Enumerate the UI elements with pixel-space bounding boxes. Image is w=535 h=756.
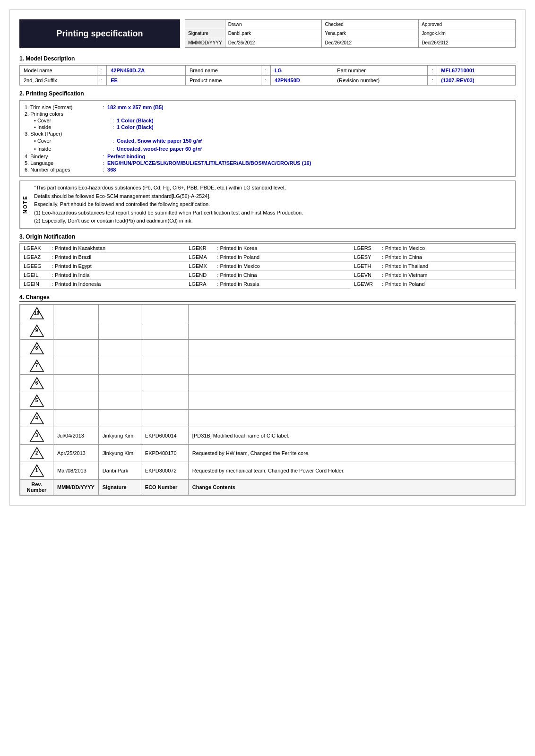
pages-value: 368 <box>107 167 116 172</box>
section4-header: 4. Changes <box>19 294 516 302</box>
inside-stock-colon: : <box>112 146 114 152</box>
changes-box: 10 9 <box>19 304 516 496</box>
rev-6-eco <box>141 374 188 392</box>
origin-lgeil: LGEIL : Printed in India <box>20 271 185 280</box>
approval-approved-header: Approved <box>419 20 516 29</box>
spec-inside-stock: • Inside : Uncoated, wood-free paper 60 … <box>25 146 510 153</box>
rev-8-cell: 8 <box>20 339 53 357</box>
inside-color-value: 1 Color (Black) <box>117 124 154 130</box>
rev-5-cell: 5 <box>20 392 53 409</box>
approval-drawn-header: Drawn <box>225 20 322 29</box>
rev-9-num: 9 <box>35 328 38 333</box>
spec-bindery: 4. Bindery : Perfect binding <box>25 154 510 159</box>
brand-name-value: LG <box>270 66 333 76</box>
language-colon: : <box>103 160 104 166</box>
rev-4-date <box>53 409 99 427</box>
product-name-value: 42PN450D <box>270 76 333 86</box>
rev-3-triangle: 3 <box>29 429 44 442</box>
rev-8-eco <box>141 339 188 357</box>
changes-col-eco: ECO Number <box>141 479 188 495</box>
origin-lgeth: LGETH : Printed in Thailand <box>350 262 515 271</box>
brand-name-colon: : <box>261 66 270 76</box>
rev-5-triangle: 5 <box>29 394 44 407</box>
rev-6-content <box>188 374 515 392</box>
rev-7-triangle: 7 <box>29 359 44 372</box>
title-box: Printing specification <box>19 19 180 48</box>
rev-10-cell: 10 <box>20 304 53 322</box>
language-value: ENG/HUN/POL/CZE/SLK/ROM/BUL/EST/LIT/LAT/… <box>107 160 311 166</box>
rev-2-cell: 2 <box>20 444 53 462</box>
rev-5-sig <box>98 392 141 409</box>
origin-lgein: LGEIN : Printed in Indonesia <box>20 280 185 289</box>
rev-1-num: 1 <box>35 468 38 473</box>
rev-7-eco <box>141 357 188 374</box>
suffix-value: EE <box>107 76 186 86</box>
rev-10-eco <box>141 304 188 322</box>
rev-3-sig: Jinkyung Kim <box>98 427 141 444</box>
rev-1-eco: EKPD300072 <box>141 462 188 479</box>
change-row-7: 7 <box>20 357 515 374</box>
approval-date-label: MMM/DD/YYYY <box>185 38 225 48</box>
rev-2-eco: EKPD400170 <box>141 444 188 462</box>
model-name-value: 42PN450D-ZA <box>107 66 186 76</box>
changes-col-date: MMM/DD/YYYY <box>53 479 99 495</box>
rev-1-content: Requested by mechanical team, Changed th… <box>188 462 515 479</box>
model-name-colon: : <box>97 66 107 76</box>
rev-4-eco <box>141 409 188 427</box>
inside-color-label: • Inside <box>34 124 110 130</box>
rev-2-date: Apr/25/2013 <box>53 444 99 462</box>
printing-spec-box: 1. Trim size (Format) : 182 mm x 257 mm … <box>19 100 516 177</box>
rev-4-triangle: 4 <box>29 412 44 425</box>
origin-box: LGEAK : Printed in Kazakhstan LGEKR : Pr… <box>19 243 516 289</box>
rev-8-triangle: 8 <box>29 342 44 355</box>
approval-header-blank <box>185 20 225 29</box>
language-label: 5. Language <box>25 160 100 166</box>
model-description-table: Model name : 42PN450D-ZA Brand name : LG… <box>19 65 516 86</box>
rev-2-triangle: 2 <box>29 447 44 460</box>
note-line-1: "This part contains Eco-hazardous substa… <box>34 184 303 192</box>
section2-header: 2. Printing Specification <box>19 90 516 98</box>
spec-language: 5. Language : ENG/HUN/POL/CZE/SLK/ROM/BU… <box>25 160 510 166</box>
trim-size-label: 1. Trim size (Format) <box>25 104 100 110</box>
part-number-value: MFL67710001 <box>437 66 516 76</box>
rev-9-content <box>188 322 515 339</box>
changes-footer-row: Rev. Number MMM/DD/YYYY Signature ECO Nu… <box>20 479 515 495</box>
change-row-9: 9 <box>20 322 515 339</box>
rev-1-date: Mar/08/2013 <box>53 462 99 479</box>
changes-table: 10 9 <box>20 304 515 495</box>
revision-label: (Revision number) <box>333 76 428 86</box>
rev-9-eco <box>141 322 188 339</box>
rev-6-sig <box>98 374 141 392</box>
approval-checked-sig: Yena.park <box>322 29 419 38</box>
rev-7-content <box>188 357 515 374</box>
rev-3-num: 3 <box>35 433 38 438</box>
part-number-label: Part number <box>333 66 428 76</box>
rev-8-content <box>188 339 515 357</box>
changes-col-rev: Rev. Number <box>20 479 53 495</box>
rev-5-eco <box>141 392 188 409</box>
rev-10-triangle: 10 <box>29 307 44 320</box>
bindery-label: 4. Bindery <box>25 154 100 159</box>
rev-4-num: 4 <box>35 415 38 421</box>
cover-stock-colon: : <box>112 138 114 144</box>
approval-signature-label: Signature <box>185 29 225 38</box>
origin-lgeak: LGEAK : Printed in Kazakhstan <box>20 244 185 253</box>
change-row-8: 8 <box>20 339 515 357</box>
origin-lgeeg: LGEEG : Printed in Egypt <box>20 262 185 271</box>
rev-3-cell: 3 <box>20 427 53 444</box>
suffix-label: 2nd, 3rd Suffix <box>20 76 97 86</box>
bindery-colon: : <box>103 154 104 159</box>
spec-cover-color: • Cover : 1 Color (Black) <box>25 118 510 123</box>
page-title: Printing specification <box>56 29 143 39</box>
page: Printing specification Drawn Checked App… <box>9 9 526 506</box>
pages-label: 6. Number of pages <box>25 167 100 172</box>
change-row-6: 6 <box>20 374 515 392</box>
cover-color-colon: : <box>112 118 114 123</box>
rev-10-num: 10 <box>34 310 39 316</box>
spec-inside-color: • Inside : 1 Color (Black) <box>25 124 510 130</box>
origin-lgekr: LGEKR : Printed in Korea <box>185 244 350 253</box>
rev-1-sig: Danbi Park <box>98 462 141 479</box>
changes-col-sig: Signature <box>98 479 141 495</box>
section3-header: 3. Origin Notification <box>19 233 516 241</box>
bindery-value: Perfect binding <box>107 154 145 159</box>
